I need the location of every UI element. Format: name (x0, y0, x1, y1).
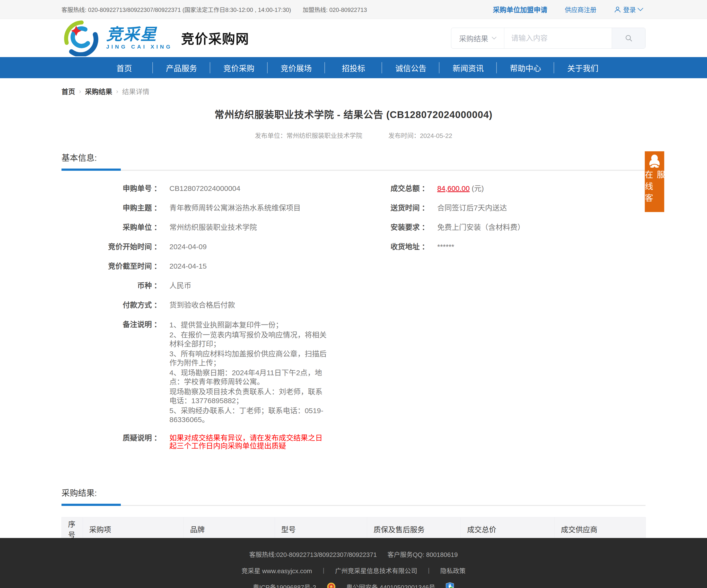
main-content: 首页 › 采购结果 › 结果详情 常州纺织服装职业技术学院 - 结果公告 (CB… (0, 78, 707, 538)
footer-line-hotline: 客服热线:020-80922713/80922307/80922371 客户服务… (244, 550, 463, 559)
footer-company-link[interactable]: 广州竞采星信息技术有限公司 (335, 566, 417, 575)
brand-name-cn: 竞采星 (106, 26, 172, 42)
footer-qq: 客户服务QQ: 800180619 (388, 550, 458, 559)
footer-site-link[interactable]: 竞采星 www.easyjcx.com (242, 566, 312, 575)
field-end-time: 竞价截至时间 ： 2024-04-15 (62, 262, 329, 270)
login-link[interactable]: 登录 (614, 5, 645, 14)
breadcrumb-current: 结果详情 (122, 86, 149, 96)
remark-line: 现场勘察及项目技术负责联系人：刘老师，联系电话：13776895882； (169, 387, 329, 405)
user-icon (614, 6, 621, 13)
remark-line: 1、提供营业执照副本复印件一份； (169, 320, 329, 329)
nav-item-bidding[interactable]: 竞价采购 (210, 57, 268, 78)
field-remarks: 备注说明 ： 1、提供营业执照副本复印件一份； 2、在报价一览表内填写报价及响应… (62, 320, 329, 425)
breadcrumb-results[interactable]: 采购结果 (85, 86, 112, 96)
nav-item-help[interactable]: 帮助中心 (497, 57, 554, 78)
police-badge-icon (327, 582, 336, 588)
footer-line-icp: 粤ICP备19096887号-2 粤公网安备 44010502001346号 (248, 582, 460, 588)
breadcrumb-separator: › (79, 88, 81, 95)
result-heading: 采购结果: (62, 486, 645, 499)
breadcrumb-home[interactable]: 首页 (62, 86, 75, 96)
footer-police-link[interactable]: 粤公网安备 44010502001346号 (346, 582, 435, 588)
footer-line-links: 竞采星 www.easyjcx.com | 广州竞采星信息技术有限公司 | 隐私… (236, 566, 471, 575)
footer-icp-link[interactable]: 粤ICP备19096887号-2 (253, 582, 316, 588)
nav-item-products[interactable]: 产品服务 (153, 57, 210, 78)
field-challenge: 质疑说明 ： 如果对成交结果有异议，请在发布成交结果之日起三个工作日内向采购单位… (62, 434, 329, 450)
section-underline (62, 169, 645, 171)
site-footer: 客服热线:020-80922713/80922307/80922371 客户服务… (0, 538, 707, 588)
field-delivery-time: 送货时间 ： 合同签订后7天内送达 (329, 204, 645, 212)
supplier-register-link[interactable]: 供应商注册 (565, 5, 597, 14)
breadcrumb-separator: › (116, 88, 119, 95)
basic-info-grid: 申购单号 ： CB128072024000004 申购主题 ： 青年教师周转公寓… (62, 184, 645, 461)
remark-line: 2、在报价一览表内填写报价及响应情况，将相关材料全部打印； (169, 330, 329, 348)
col-index: 序号 (62, 517, 83, 541)
field-order-no: 申购单号 ： CB128072024000004 (62, 184, 329, 192)
col-supplier: 成交供应商 (554, 517, 646, 541)
publisher: 发布单位：常州纺织服装职业技术学院 (255, 132, 362, 139)
search-icon (625, 34, 633, 42)
brand-name-en: JING CAI XING (106, 44, 172, 50)
chevron-down-icon (637, 7, 645, 11)
qq-penguin-icon (647, 154, 662, 168)
field-delivery-address: 收货地址 ： ****** (329, 243, 645, 251)
search-category-select[interactable]: 采购结果 (451, 28, 504, 48)
remark-line: 4、现场勘察日期：2024年4月11日下午2点，地点：学校青年教师周转公寓。 (169, 368, 329, 386)
footer-hotline: 客服热线:020-80922713/80922307/80922371 (249, 550, 377, 559)
site-name: 竞价采购网 (181, 28, 249, 48)
col-warranty: 质保及售后服务 (367, 517, 461, 541)
service-hotline: 客服热线: 020-80922713/80922307/80922371 (国家… (62, 5, 291, 13)
field-install-req: 安装要求 ： 免费上门安装（含材料费） (329, 223, 645, 231)
table-header-row: 序号 采购项 品牌 型号 质保及售后服务 成交总价 成交供应商 (62, 517, 646, 541)
total-amount-link[interactable]: 84,600.00 (437, 184, 470, 192)
nav-item-home[interactable]: 首页 (96, 57, 153, 78)
nav-item-integrity[interactable]: 诚信公告 (382, 57, 439, 78)
field-payment: 付款方式 ： 货到验收合格后付款 (62, 301, 329, 309)
nav-item-tenders[interactable]: 招投标 (325, 57, 382, 78)
col-price: 成交总价 (461, 517, 554, 541)
main-nav: 首页 产品服务 竞价采购 竞价展场 招投标 诚信公告 新闻资讯 帮助中心 关于我… (0, 57, 707, 78)
search-box: 采购结果 (451, 28, 645, 48)
nav-item-news[interactable]: 新闻资讯 (439, 57, 497, 78)
breadcrumb: 首页 › 采购结果 › 结果详情 (62, 78, 645, 96)
top-bar: 客服热线: 020-80922713/80922307/80922371 (国家… (0, 0, 707, 19)
remark-line: 3、所有响应材料均加盖报价供应商公章，扫描后作为附件上传； (169, 349, 329, 367)
security-shield-icon (446, 582, 454, 588)
purchaser-apply-link[interactable]: 采购单位加盟申请 (493, 5, 547, 14)
nav-item-about[interactable]: 关于我们 (554, 57, 611, 78)
chevron-down-icon (492, 37, 497, 40)
section-underline (62, 504, 645, 506)
field-subject: 申购主题 ： 青年教师周转公寓淋浴热水系统维保项目 (62, 204, 329, 212)
nav-item-showroom[interactable]: 竞价展场 (268, 57, 325, 78)
site-logo[interactable]: 竞采星 JING CAI XING 竞价采购网 (62, 20, 249, 57)
field-total-amount: 成交总额 ： 84,600.00 (元) (329, 184, 645, 192)
field-start-time: 竞价开始时间 ： 2024-04-09 (62, 243, 329, 251)
publish-time: 发布时间：2024-05-22 (389, 132, 452, 139)
challenge-notice: 如果对成交结果有异议，请在发布成交结果之日起三个工作日内向采购单位提出质疑 (169, 434, 329, 450)
search-button[interactable] (612, 28, 645, 48)
site-header: 竞采星 JING CAI XING 竞价采购网 采购结果 (0, 19, 707, 57)
basic-info-heading: 基本信息: (62, 151, 645, 163)
footer-privacy-link[interactable]: 隐私政策 (440, 566, 465, 575)
join-hotline: 加盟热线: 020-80922713 (303, 5, 367, 13)
col-item: 采购项 (83, 517, 184, 541)
brand-swirl-icon (62, 20, 100, 57)
remark-line: 5、采购经办联系人：丁老师；联系电话：0519-86336065。 (169, 406, 329, 424)
col-brand: 品牌 (184, 517, 275, 541)
amount-unit: (元) (470, 184, 484, 192)
col-model: 型号 (275, 517, 367, 541)
page-title: 常州纺织服装职业技术学院 - 结果公告 (CB128072024000004) (62, 107, 645, 121)
field-currency: 币种 ： 人民币 (62, 282, 329, 290)
search-input[interactable] (504, 28, 612, 48)
online-service-tab[interactable]: 在线客服 (645, 151, 664, 212)
online-service-label: 在线客服 (643, 170, 666, 212)
publish-info: 发布单位：常州纺织服装职业技术学院 发布时间：2024-05-22 (62, 131, 645, 140)
field-purchaser: 采购单位 ： 常州纺织服装职业技术学院 (62, 223, 329, 231)
